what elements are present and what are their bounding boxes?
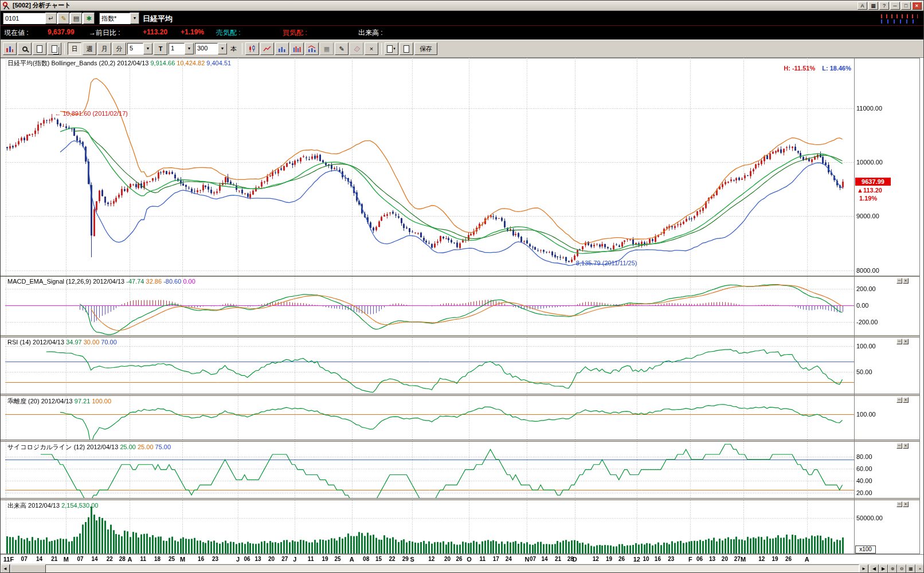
x-axis-tick: D <box>573 556 577 563</box>
x-axis-tick: A <box>127 556 132 563</box>
x-axis-tick: 12 <box>758 556 765 562</box>
x-axis-tick: 26 <box>785 556 792 562</box>
help-button[interactable]: ? <box>879 2 889 10</box>
x-axis-tick: 17 <box>493 556 499 562</box>
period-day-button[interactable]: 日 <box>68 42 81 55</box>
x-axis-tick: 20 <box>444 556 451 562</box>
minimize-button[interactable]: ─ <box>890 2 900 10</box>
draw-pencil-button[interactable]: ✎ <box>335 42 349 55</box>
select-dropdown-icon[interactable]: ▼ <box>185 43 194 54</box>
x-axis-tick: 25 <box>169 556 175 562</box>
quote-panel: ▼ ↵ ✎ ▤ ✱ 指数* ▼ 日経平均 現在値 : 9,637.99 →前日比… <box>1 11 923 40</box>
x-axis: 11F071421M07142228A111825M1623J06132027J… <box>1 554 924 563</box>
page-forward-button[interactable]: ▶ <box>879 564 888 573</box>
page-icon <box>404 45 409 53</box>
panel-close-button[interactable]: × <box>903 443 909 449</box>
chevron-down-icon: ▼ <box>393 47 396 50</box>
x-axis-tick: 22 <box>107 556 113 562</box>
panel-minimize-button[interactable]: ─ <box>896 339 902 344</box>
chart-type-histogram-button[interactable] <box>290 42 304 55</box>
grid-layout-button[interactable]: ▦ <box>906 564 915 573</box>
panel-minimize-button[interactable]: ─ <box>896 278 902 284</box>
x-axis-tick: 11 <box>308 556 314 562</box>
x-axis-tick: O <box>467 556 472 563</box>
x-axis-tick: 19 <box>772 556 778 562</box>
draw-eraser-button[interactable] <box>350 42 363 55</box>
chart-type-line-button[interactable] <box>260 42 274 55</box>
select-dropdown-icon[interactable]: ▼ <box>218 43 227 54</box>
chart-canvas[interactable] <box>1 58 924 554</box>
x-axis-tick: J <box>293 556 296 563</box>
panel-close-button[interactable]: × <box>903 501 909 507</box>
period-minute-button[interactable]: 分 <box>112 42 126 55</box>
page-back-button[interactable]: ◀ <box>870 564 879 573</box>
close-button[interactable]: × <box>912 2 922 10</box>
x-axis-tick: J <box>236 556 240 563</box>
scroll-right-button[interactable]: ► <box>859 564 868 573</box>
bar-count-select[interactable]: 300 ▼ <box>195 43 227 54</box>
x-axis-tick: F <box>688 556 692 563</box>
x-axis-tick: 07 <box>77 556 84 562</box>
new-page-button[interactable] <box>48 42 61 55</box>
quote-row: 現在値 : 9,637.99 →前日比 : +113.20 +1.19% 売気配… <box>1 27 923 38</box>
x-axis-tick: A <box>350 556 354 563</box>
scrollbar-track[interactable] <box>10 564 859 573</box>
x-axis-tick: S <box>410 556 414 563</box>
maximize-button[interactable]: □ <box>901 2 911 10</box>
symbol-toolbar: ▼ ↵ ✎ ▤ ✱ 指数* ▼ 日経平均 <box>1 12 923 26</box>
minute-interval-select[interactable]: 5 ▼ <box>127 43 152 54</box>
line-chart-icon <box>263 45 271 53</box>
delete-drawing-button[interactable]: × <box>365 42 378 55</box>
select-dropdown-icon[interactable]: ▼ <box>130 13 139 24</box>
app-window: [5002] 分析チャート A ▦ ? ─ □ × ▼ ↵ ✎ ▤ ✱ 指数* … <box>0 0 924 573</box>
panel-minimize-button[interactable]: ─ <box>896 501 902 507</box>
x-axis-tick: 06 <box>696 556 703 562</box>
index-type-value: 指数* <box>99 13 130 24</box>
index-type-select[interactable]: 指数* ▼ <box>99 13 139 24</box>
panel-close-button[interactable]: × <box>903 339 909 344</box>
x-axis-tick: 19 <box>606 556 612 562</box>
memo-button[interactable]: ✎ <box>58 13 69 24</box>
panel-minimize-button[interactable]: ─ <box>896 443 902 449</box>
close-panel-button[interactable]: × <box>915 564 924 573</box>
zoom-button[interactable] <box>18 42 32 55</box>
symbol-code-combo[interactable]: ▼ <box>3 13 42 24</box>
select-dropdown-icon[interactable]: ▼ <box>143 43 152 54</box>
grid-toggle-button[interactable]: ▦ <box>320 42 334 55</box>
layout-select-button[interactable]: ▼ <box>385 42 398 55</box>
x-axis-tick: 11 <box>480 556 486 562</box>
chart-type-bar-button[interactable] <box>275 42 289 55</box>
close-icon: × <box>370 45 373 52</box>
font-size-button[interactable]: A <box>858 2 867 10</box>
panel-close-button[interactable]: × <box>903 397 909 403</box>
chart-type-combo-button[interactable] <box>305 42 319 55</box>
save-button[interactable]: 保存 <box>414 42 437 55</box>
zoom-out-button[interactable]: ⊖ <box>897 564 906 573</box>
unit-select[interactable]: 1 ▼ <box>169 43 194 54</box>
grid-icon: ▦ <box>871 3 876 9</box>
magnifier-icon <box>22 46 28 52</box>
tick-button[interactable]: T <box>154 42 167 55</box>
x-axis-tick: 20 <box>268 556 275 562</box>
x-axis-tick: 24 <box>506 556 512 562</box>
period-week-button[interactable]: 週 <box>83 42 96 55</box>
scrollbar-thumb[interactable] <box>10 564 46 573</box>
x-axis-tick: 25 <box>334 556 340 562</box>
indicator-settings-button[interactable] <box>3 42 17 55</box>
x-axis-tick: 07 <box>21 556 28 562</box>
board-window-button[interactable]: ▦ <box>868 2 878 10</box>
period-month-button[interactable]: 月 <box>97 42 111 55</box>
panel-close-button[interactable]: × <box>903 278 909 284</box>
scroll-left-button[interactable]: ◄ <box>1 564 10 573</box>
board-list-button[interactable]: ▤ <box>71 13 82 24</box>
bar-count-value: 300 <box>195 43 218 54</box>
zoom-in-button[interactable]: ⊕ <box>888 564 897 573</box>
x-axis-tick: 26 <box>618 556 625 562</box>
x-axis-tick: 19 <box>322 556 328 562</box>
panel-minimize-button[interactable]: ─ <box>896 397 902 403</box>
back-button[interactable]: ↵ <box>45 13 57 24</box>
chart-type-candle-button[interactable] <box>245 42 259 55</box>
open-page-button[interactable] <box>400 42 413 55</box>
favorite-button[interactable]: ✱ <box>83 13 95 24</box>
copy-page-button[interactable] <box>33 42 46 55</box>
